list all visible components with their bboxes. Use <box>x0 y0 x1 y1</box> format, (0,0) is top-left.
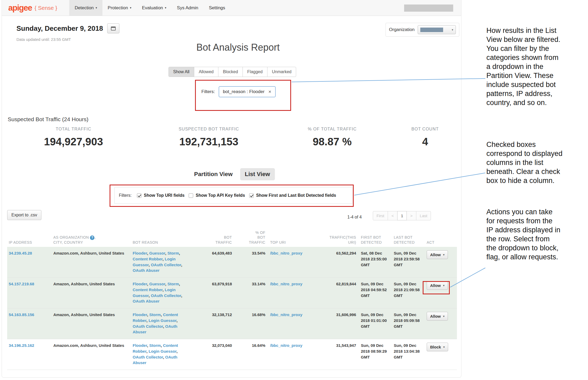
bot-reason-link[interactable]: Flooder <box>133 282 147 286</box>
top-uri-link[interactable]: /bbc_nitro_proxy <box>270 343 302 348</box>
col-header-top-uri: TOP URI <box>269 240 316 245</box>
cell-last-bot-detected: Sun, 09 Dec 2018 21:09:58 GMT <box>392 281 423 305</box>
page-button-1[interactable]: 1 <box>397 211 407 220</box>
screenshot-root: apigee { Sense } Detection▾Protection▾Ev… <box>0 0 588 380</box>
nav-item-settings[interactable]: Settings <box>204 0 230 16</box>
cell-first-bot-detected: Sat, 08 Dec 2018 23:55:00 GMT <box>359 250 391 274</box>
checkbox-icon[interactable] <box>137 193 141 198</box>
nav-item-label: Sys Admin <box>177 5 198 11</box>
cell-ip-address: 54.157.219.68 <box>7 281 50 305</box>
bot-reason-link[interactable]: Flooder <box>133 251 147 255</box>
filters-label: Filters: <box>201 89 215 94</box>
table-row: 54.163.85.156Amazon, Ashburn, United Sta… <box>7 308 457 339</box>
cell-uri-traffic: 31,543,947 <box>318 343 358 366</box>
bot-reason-link[interactable]: Flooder <box>133 312 147 317</box>
user-account-redacted[interactable] <box>404 5 453 12</box>
bot-reason-link[interactable]: Content Robber <box>133 257 163 261</box>
stat-suspected-bot-traffic: SUSPECTED BOT TRAFFIC192,731,153 <box>150 127 267 148</box>
calendar-icon <box>111 27 116 30</box>
bot-reason-link[interactable]: Guessor <box>149 251 165 255</box>
nav-item-label: Detection <box>75 5 94 11</box>
bot-reason-link[interactable]: Flooder <box>133 343 147 348</box>
column-toggle-show-first-and-last-bot-detected-fields[interactable]: Show First and Last Bot Detected fields <box>249 193 336 198</box>
ip-address-link[interactable]: 54.157.219.68 <box>9 282 34 286</box>
tab-unmarked[interactable]: Unmarked <box>267 67 296 77</box>
cell-bot-traffic: 32,073,040 <box>190 343 234 366</box>
annotation-column: How results in the List View below are f… <box>486 0 588 380</box>
checkbox-icon[interactable] <box>249 193 254 198</box>
table-header-row: IP ADDRESSAS ORGANIZATION ?, CITY, COUNT… <box>7 224 457 247</box>
action-dropdown[interactable]: Allow▾ <box>427 250 448 259</box>
column-filter-bar: Filters: Show Top URI fieldsShow Top API… <box>114 187 352 204</box>
organization-dropdown[interactable]: ▾ <box>418 25 456 34</box>
top-uri-link[interactable]: /bbc_nitro_proxy <box>270 251 302 255</box>
col-header-traffic-this-uri: TRAFFIC(THIS URI) <box>318 235 358 245</box>
action-dropdown[interactable]: Allow▾ <box>427 281 448 290</box>
cell-uri-traffic: 63,562,294 <box>318 250 358 274</box>
cell-bot-reason: Flooder, Storm, Content Robber, Login Gu… <box>131 343 188 366</box>
cell-top-uri: /bbc_nitro_proxy <box>269 312 316 335</box>
cell-bot-reason: Flooder, Guessor, Storm, Content Robber,… <box>131 281 188 305</box>
tab-flagged[interactable]: Flagged <box>243 67 267 77</box>
cell-bot-traffic: 63,879,918 <box>190 281 234 305</box>
table-row: 34.196.25.162Amazon.com, Ashburn, United… <box>7 339 457 370</box>
stat-value: 4 <box>392 136 458 148</box>
export-csv-button[interactable]: Export to .csv <box>7 210 41 220</box>
cell-ip-address: 34.196.25.162 <box>7 343 50 366</box>
cell-as-organization: Amazon.com, Ashburn, United States <box>52 250 129 274</box>
active-filters: Filters: bot_reason : Flooder ✕ <box>201 86 276 98</box>
nav-item-protection[interactable]: Protection▾ <box>102 0 137 16</box>
chevron-down-icon: ▾ <box>165 6 166 10</box>
bot-reason-link[interactable]: Storm <box>167 251 179 255</box>
chevron-down-icon: ▾ <box>452 28 453 32</box>
nav-item-label: Evaluation <box>142 5 163 11</box>
cell-pct-bot-traffic: 16.64% <box>235 343 267 366</box>
tab-allowed[interactable]: Allowed <box>194 67 218 77</box>
report-date: Sunday, December 9, 2018 <box>16 24 103 33</box>
top-uri-link[interactable]: /bbc_nitro_proxy <box>270 282 302 286</box>
bot-reason-link[interactable]: Login Guessor <box>149 349 176 353</box>
nav-item-detection[interactable]: Detection▾ <box>69 0 102 16</box>
filter-chip[interactable]: bot_reason : Flooder ✕ <box>219 86 276 97</box>
ip-address-link[interactable]: 34.239.45.28 <box>9 251 32 255</box>
cell-action: Allow▾ <box>425 250 452 274</box>
bot-reason-link[interactable]: Storm <box>149 343 161 348</box>
bot-reason-link[interactable]: Storm <box>149 312 161 317</box>
bot-reason-link[interactable]: Content Robber <box>133 287 163 292</box>
chevron-down-icon: ▾ <box>96 6 97 10</box>
ip-address-link[interactable]: 34.196.25.162 <box>9 343 34 348</box>
bot-reason-link[interactable]: OAuth Collector <box>151 263 181 267</box>
stat-bot-count: BOT COUNT4 <box>392 127 458 148</box>
bot-reason-link[interactable]: OAuth Collector <box>151 293 181 298</box>
stat-value: 192,731,153 <box>150 136 267 148</box>
date-picker-row: Sunday, December 9, 2018 <box>16 23 119 33</box>
tab-partition-view[interactable]: Partition View <box>190 168 237 180</box>
bot-reason-link[interactable]: OAuth Abuser <box>133 268 159 273</box>
tab-blocked[interactable]: Blocked <box>218 67 243 77</box>
help-icon[interactable]: ? <box>90 235 94 240</box>
bot-reason-link[interactable]: Guessor <box>149 282 165 286</box>
checkbox-icon[interactable] <box>189 193 193 198</box>
bot-reason-link[interactable]: OAuth Collector <box>133 324 163 329</box>
top-uri-link[interactable]: /bbc_nitro_proxy <box>270 312 302 317</box>
tab-show-all[interactable]: Show All <box>169 67 194 77</box>
calendar-button[interactable] <box>107 23 119 33</box>
column-toggle-show-top-uri-fields[interactable]: Show Top URI fields <box>137 193 184 198</box>
col-header-act: ACT <box>425 240 452 245</box>
tab-list-view[interactable]: List View <box>240 168 275 180</box>
action-dropdown[interactable]: Allow▾ <box>427 312 448 321</box>
bot-reason-link[interactable]: OAuth Abuser <box>133 299 159 303</box>
stat-label: SUSPECTED BOT TRAFFIC <box>150 127 267 132</box>
status-filter-tabs: Show AllAllowedBlockedFlaggedUnmarked <box>168 67 296 77</box>
action-dropdown[interactable]: Block▾ <box>427 343 448 351</box>
bot-reason-link[interactable]: Login Guessor <box>149 318 176 323</box>
bot-reason-link[interactable]: OAuth Collector <box>133 355 163 359</box>
bot-reason-link[interactable]: Storm <box>167 282 179 286</box>
cell-last-bot-detected: Sun, 09 Dec 2018 05:09:58 GMT <box>392 312 423 335</box>
nav-item-evaluation[interactable]: Evaluation▾ <box>137 0 172 16</box>
ip-address-link[interactable]: 54.163.85.156 <box>9 312 34 317</box>
remove-filter-icon[interactable]: ✕ <box>268 90 271 94</box>
column-toggle-show-top-api-key-fields[interactable]: Show Top API Key fields <box>189 193 245 198</box>
apigee-sense-app: apigee { Sense } Detection▾Protection▾Ev… <box>2 0 461 378</box>
nav-item-sys-admin[interactable]: Sys Admin <box>172 0 204 16</box>
